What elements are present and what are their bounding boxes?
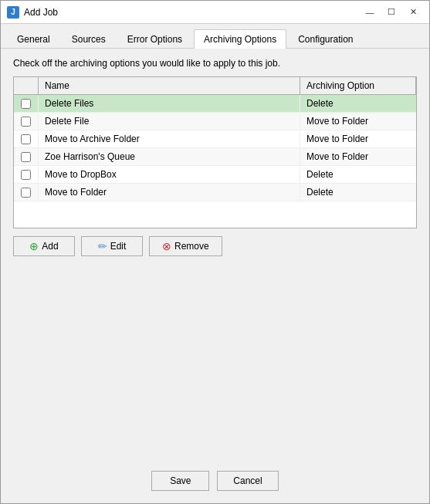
description-text: Check off the archiving options you woul… xyxy=(13,58,417,69)
remove-button[interactable]: ⊗ Remove xyxy=(149,236,222,256)
row-name: Move to Folder xyxy=(39,184,300,201)
row-checkbox-cell xyxy=(14,113,39,130)
tab-bar: General Sources Error Options Archiving … xyxy=(1,24,429,49)
spacer xyxy=(1,266,429,464)
tab-sources[interactable]: Sources xyxy=(62,29,116,49)
row-checkbox[interactable] xyxy=(21,170,31,180)
table-row: Move to DropBox Delete xyxy=(14,166,416,184)
maximize-button[interactable]: ☐ xyxy=(381,5,401,20)
window-title: Add Job xyxy=(24,7,360,18)
add-icon: ⊕ xyxy=(29,240,39,252)
table-row: Delete File Move to Folder xyxy=(14,113,416,130)
row-name: Move to DropBox xyxy=(39,166,300,183)
tab-general[interactable]: General xyxy=(7,29,60,49)
header-name: Name xyxy=(39,77,300,94)
title-bar: J Add Job — ☐ ✕ xyxy=(1,1,429,24)
row-checkbox-cell xyxy=(14,131,39,147)
tab-configuration[interactable]: Configuration xyxy=(288,29,363,49)
row-archiving-option: Move to Folder xyxy=(300,130,416,147)
row-name: Delete Files xyxy=(39,95,300,112)
row-checkbox[interactable] xyxy=(21,152,31,162)
header-checkbox-col xyxy=(14,77,39,94)
tab-content: Check off the archiving options you woul… xyxy=(1,49,429,266)
table-header: Name Archiving Option xyxy=(14,77,416,95)
row-name: Zoe Harrison's Queue xyxy=(39,148,300,165)
table-row: Zoe Harrison's Queue Move to Folder xyxy=(14,148,416,166)
row-archiving-option: Delete xyxy=(300,95,416,112)
row-checkbox[interactable] xyxy=(21,117,31,127)
add-label: Add xyxy=(42,241,58,252)
app-icon: J xyxy=(7,6,19,19)
row-checkbox[interactable] xyxy=(21,99,31,109)
remove-label: Remove xyxy=(174,241,209,252)
row-checkbox-cell xyxy=(14,167,39,183)
table-body: Delete Files Delete Delete File Move to … xyxy=(14,95,416,228)
row-name: Move to Archive Folder xyxy=(39,130,300,147)
row-name: Delete File xyxy=(39,113,300,130)
table-row: Delete Files Delete xyxy=(14,95,416,113)
table-row: Move to Archive Folder Move to Folder xyxy=(14,130,416,148)
save-button[interactable]: Save xyxy=(151,471,209,491)
action-buttons: ⊕ Add ✏ Edit ⊗ Remove xyxy=(13,236,417,256)
row-checkbox-cell xyxy=(14,96,39,112)
footer: Save Cancel xyxy=(1,463,429,503)
edit-button[interactable]: ✏ Edit xyxy=(81,236,143,256)
edit-label: Edit xyxy=(110,241,127,252)
cancel-button[interactable]: Cancel xyxy=(217,471,278,491)
row-checkbox-cell xyxy=(14,149,39,165)
minimize-button[interactable]: — xyxy=(360,5,380,20)
row-checkbox[interactable] xyxy=(21,134,31,144)
close-button[interactable]: ✕ xyxy=(403,5,423,20)
header-archiving-option: Archiving Option xyxy=(300,77,416,94)
row-archiving-option: Move to Folder xyxy=(300,113,416,130)
remove-icon: ⊗ xyxy=(162,240,171,252)
add-button[interactable]: ⊕ Add xyxy=(13,236,75,256)
window-controls: — ☐ ✕ xyxy=(360,5,423,20)
main-window: J Add Job — ☐ ✕ General Sources Error Op… xyxy=(0,0,430,504)
table-row: Move to Folder Delete xyxy=(14,184,416,201)
tab-archiving-options[interactable]: Archiving Options xyxy=(194,29,286,49)
row-archiving-option: Move to Folder xyxy=(300,148,416,165)
row-checkbox[interactable] xyxy=(21,188,31,198)
row-checkbox-cell xyxy=(14,184,39,201)
row-archiving-option: Delete xyxy=(300,166,416,183)
tab-error-options[interactable]: Error Options xyxy=(117,29,192,49)
row-archiving-option: Delete xyxy=(300,184,416,201)
archiving-options-table: Name Archiving Option Delete Files Delet… xyxy=(13,76,417,228)
edit-icon: ✏ xyxy=(98,240,107,252)
